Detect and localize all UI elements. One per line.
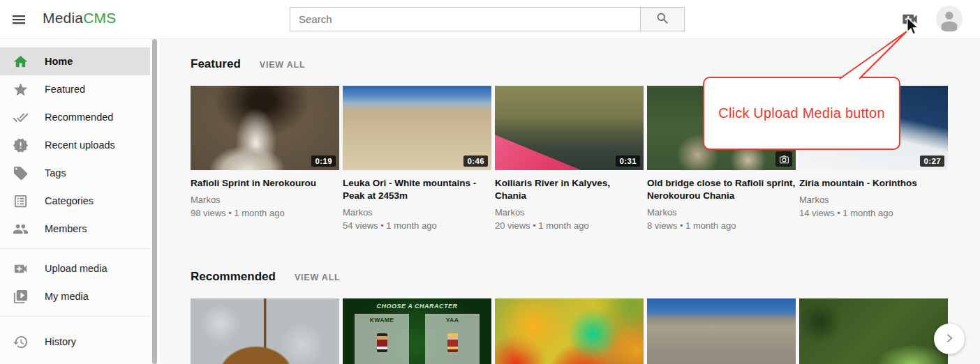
game-thumb-heading: CHOOSE A CHARACTER xyxy=(343,303,491,310)
mouse-cursor-icon xyxy=(905,17,921,38)
sidebar-item-label: Categories xyxy=(45,195,94,206)
video-author[interactable]: Markos xyxy=(495,207,644,218)
sidebar-item-label: Tags xyxy=(45,167,66,179)
recommended-section-header: Recommended VIEW ALL xyxy=(191,231,980,284)
video-meta: 8 views • 1 month ago xyxy=(647,220,796,231)
duration-badge: 0:46 xyxy=(463,156,488,167)
video-thumbnail[interactable]: 0:19 xyxy=(191,86,339,170)
logo[interactable]: MediaCMS xyxy=(43,10,116,26)
game-character-name: KWAME xyxy=(355,317,408,324)
video-card[interactable] xyxy=(799,298,948,364)
video-thumbnail[interactable]: 0:46 xyxy=(343,86,491,170)
video-author[interactable]: Markos xyxy=(799,195,948,205)
sidebar-item-label: History xyxy=(45,336,76,347)
video-thumbnail[interactable] xyxy=(191,298,339,364)
sidebar-item-featured[interactable]: Featured xyxy=(0,75,150,103)
video-title[interactable]: Koiliaris River in Kalyves, Chania xyxy=(495,177,644,202)
search-bar xyxy=(290,7,685,31)
annotation-callout: Click Upload Media button xyxy=(703,77,900,150)
list-alt-icon xyxy=(13,193,29,209)
video-card[interactable]: 0:31 Koiliaris River in Kalyves, Chania … xyxy=(495,86,644,231)
sidebar-item-label: Members xyxy=(45,223,87,234)
video-card[interactable]: 0:46 Leuka Ori - White mountains - Peak … xyxy=(343,86,491,231)
logo-part-media: Media xyxy=(43,10,83,26)
sidebar-item-label: Recent uploads xyxy=(45,139,115,151)
video-author[interactable]: Markos xyxy=(343,207,491,218)
video-thumbnail[interactable] xyxy=(647,298,796,364)
video-card[interactable] xyxy=(495,298,644,364)
done-all-icon xyxy=(13,109,29,126)
duration-badge: 0:27 xyxy=(920,156,944,167)
sidebar-item-my-media[interactable]: My media xyxy=(0,282,150,310)
camera-icon xyxy=(775,151,792,167)
star-icon xyxy=(13,82,29,98)
sidebar-item-label: My media xyxy=(45,291,89,302)
video-thumbnail[interactable]: CHOOSE A CHARACTER KWAME Selected YAA Se… xyxy=(343,298,491,364)
sidebar-item-history[interactable]: History xyxy=(0,328,150,356)
video-author[interactable]: Markos xyxy=(191,195,339,205)
video-card[interactable]: CHOOSE A CHARACTER KWAME Selected YAA Se… xyxy=(343,298,491,364)
sidebar-item-upload-media[interactable]: Upload media xyxy=(0,255,150,282)
video-title[interactable]: Rafioli Sprint in Nerokourou xyxy=(191,177,339,190)
carousel-next-button[interactable] xyxy=(934,324,965,354)
video-meta: 98 views • 1 month ago xyxy=(191,208,339,218)
video-library-icon xyxy=(13,289,29,305)
tag-icon xyxy=(13,165,29,181)
section-title-featured: Featured xyxy=(191,57,241,71)
game-character-name: YAA xyxy=(426,317,479,324)
sidebar-item-tags[interactable]: Tags xyxy=(0,159,150,187)
sidebar-item-label: Recommended xyxy=(45,112,113,123)
video-author[interactable]: Markos xyxy=(647,207,796,218)
featured-view-all-link[interactable]: VIEW ALL xyxy=(260,60,306,70)
video-thumbnail[interactable]: 0:31 xyxy=(495,86,644,170)
game-panel-left: KWAME Selected xyxy=(355,314,409,364)
chevron-right-icon xyxy=(942,331,956,347)
sidebar-divider xyxy=(0,248,150,249)
video-thumbnail[interactable] xyxy=(495,298,644,364)
video-title[interactable]: Leuka Ori - White mountains - Peak at 24… xyxy=(343,177,491,202)
video-card[interactable] xyxy=(647,298,796,364)
section-title-recommended: Recommended xyxy=(191,270,276,284)
video-title[interactable]: Ziria mountain - Korinthos xyxy=(799,177,948,190)
logo-part-cms: CMS xyxy=(83,10,116,26)
sidebar-item-home[interactable]: Home xyxy=(0,47,150,75)
video-thumbnail[interactable] xyxy=(799,298,948,364)
duration-badge: 0:31 xyxy=(616,156,640,167)
sidebar-item-label: Featured xyxy=(45,84,85,95)
search-icon xyxy=(655,11,670,28)
sidebar-item-recommended[interactable]: Recommended xyxy=(0,103,150,131)
home-icon xyxy=(13,54,29,70)
video-meta: 20 views • 1 month ago xyxy=(495,220,644,231)
duration-badge: 0:19 xyxy=(311,156,336,167)
history-icon xyxy=(13,334,29,350)
recommended-view-all-link[interactable]: VIEW ALL xyxy=(295,273,341,282)
video-title[interactable]: Old bridge close to Rafioli sprint, Nero… xyxy=(647,177,796,202)
sidebar-scrollbar-thumb[interactable] xyxy=(152,39,157,364)
avatar[interactable] xyxy=(936,6,963,32)
sidebar-item-label: Home xyxy=(45,56,73,67)
game-panel-right: YAA Select xyxy=(425,314,480,364)
annotation-text: Click Upload Media button xyxy=(718,105,884,121)
sidebar-item-label: Upload media xyxy=(45,263,107,274)
new-releases-icon xyxy=(13,137,29,153)
video-card[interactable] xyxy=(191,298,339,364)
sidebar-item-members[interactable]: Members xyxy=(0,215,150,243)
mediacms-app: MediaCMS Home Featured xyxy=(0,0,980,364)
video-card[interactable]: 0:19 Rafioli Sprint in Nerokourou Markos… xyxy=(191,86,339,231)
sidebar-item-categories[interactable]: Categories xyxy=(0,187,150,215)
search-input[interactable] xyxy=(290,8,640,31)
video-call-icon xyxy=(13,261,29,277)
sidebar-scrollbar xyxy=(150,39,160,364)
sidebar-divider xyxy=(0,316,150,317)
game-character-sprite xyxy=(377,333,387,352)
recommended-cards-row: CHOOSE A CHARACTER KWAME Selected YAA Se… xyxy=(191,298,980,364)
game-character-sprite xyxy=(447,333,458,352)
video-meta: 14 views • 1 month ago xyxy=(799,208,948,218)
video-meta: 54 views • 1 month ago xyxy=(343,220,491,231)
search-button[interactable] xyxy=(640,8,684,31)
sidebar: Home Featured Recommended Recent uploads… xyxy=(0,39,150,364)
menu-icon[interactable] xyxy=(10,11,28,28)
sidebar-item-recent-uploads[interactable]: Recent uploads xyxy=(0,131,150,159)
people-icon xyxy=(13,221,29,237)
